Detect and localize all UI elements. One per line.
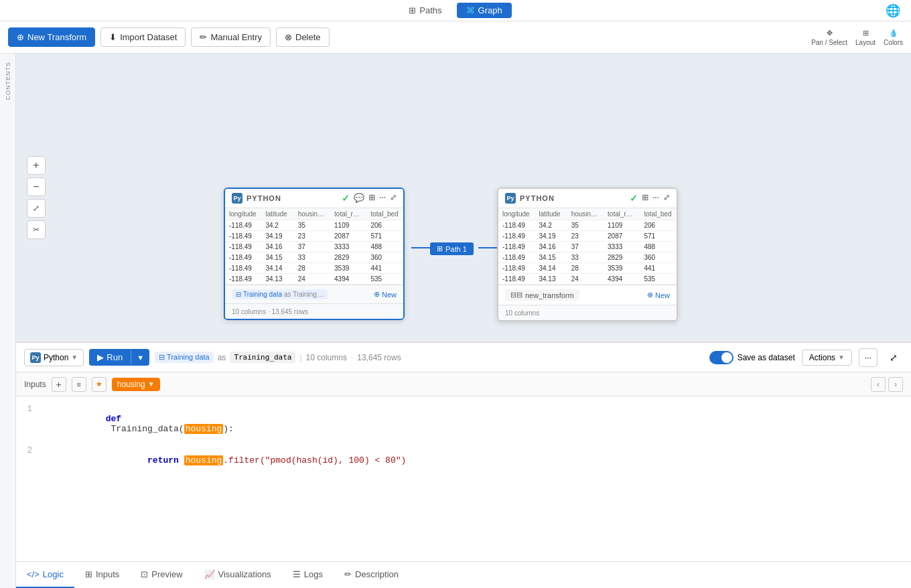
col-latitude-left: latitude [261, 208, 293, 220]
graph-tab[interactable]: ⌘ Graph [457, 3, 512, 18]
expand-icon-right[interactable]: ⤢ [663, 193, 670, 204]
run-button[interactable]: ▶ Run ▼ [89, 349, 149, 366]
editor-rows-info: 13,645 rows [357, 353, 401, 362]
table-row: -118.4934.16373333488 [225, 242, 403, 252]
scissors-button[interactable]: ✂ [27, 220, 46, 239]
left-node-header: Py PYTHON ✓ 💬 ⊞ ··· ⤢ [225, 189, 403, 208]
next-input-button[interactable]: › [888, 377, 903, 392]
play-icon: ▶ [97, 352, 104, 362]
col-latitude-right: latitude [535, 208, 567, 220]
left-new-button[interactable]: ⊕ New [374, 290, 397, 299]
transform-icon: ⊟⊟ [510, 291, 522, 299]
inputs-navigation: ‹ › [871, 377, 903, 392]
toggle-switch[interactable] [709, 351, 733, 364]
tab-logs[interactable]: ☰ Logs [282, 562, 334, 588]
code-line-1: 1 def Training_data(housing): [16, 403, 911, 445]
editor-right: Save as dataset Actions ▼ ··· ⤢ [709, 348, 903, 367]
right-node-table: longitude latitude housing_median_age to… [498, 208, 677, 285]
description-icon: ✏ [344, 569, 352, 579]
prev-input-button[interactable]: ‹ [871, 377, 886, 392]
check-icon-right: ✓ [630, 193, 638, 204]
manual-entry-button[interactable]: ✏ Manual Entry [191, 27, 271, 47]
right-new-button[interactable]: ⊕ New [647, 291, 670, 299]
more-icon-right: ··· [652, 193, 659, 204]
housing-badge[interactable]: housing ▼ [112, 378, 160, 391]
inputs-row: Inputs + ≡ ★ housing ▼ ‹ › [16, 372, 911, 396]
expand-editor-button[interactable]: ⤢ [884, 348, 903, 367]
python-icon-left: Py [232, 193, 242, 204]
left-node-icons: ✓ 💬 ⊞ ··· ⤢ [342, 193, 397, 204]
tab-visualizations[interactable]: 📈 Visualizations [194, 562, 282, 588]
plus-icon-right: ⊕ [647, 291, 653, 299]
col-longitude-right: longitude [498, 208, 535, 220]
editor-cols-info: 10 columns [306, 353, 347, 362]
editor-dataset-alias: Training_data [230, 352, 295, 363]
dropdown-icon-python: ▼ [71, 354, 78, 361]
table-row: -118.4934.14283539441 [498, 263, 677, 274]
left-node-card: Py PYTHON ✓ 💬 ⊞ ··· ⤢ longitude latit [224, 188, 405, 320]
python-icon-editor: Py [30, 352, 41, 363]
run-main[interactable]: ▶ Run [89, 349, 131, 366]
delete-button[interactable]: ⊗ Delete [276, 27, 330, 47]
right-node-header: Py PYTHON ✓ ⊞ ··· ⤢ [498, 189, 677, 208]
tab-preview[interactable]: ⊡ Preview [130, 562, 193, 588]
code-editor[interactable]: 1 def Training_data(housing): 2 return h… [16, 396, 911, 561]
star-button[interactable]: ★ [92, 377, 107, 392]
python-icon-right: Py [505, 193, 516, 204]
table-row: -118.4934.15332829360 [498, 252, 677, 263]
table-row: -118.4934.15332829360 [225, 252, 403, 263]
col-housing-right: housing_median_age [567, 208, 604, 220]
editor-dataset-tag: ⊟ Training data [155, 352, 214, 363]
import-dataset-button[interactable]: ⬇ Import Dataset [100, 27, 186, 47]
zoom-out-button[interactable]: − [27, 177, 46, 196]
graph-canvas[interactable]: + − ⤢ ✂ Py PYTHON ✓ [16, 54, 911, 342]
col-bed-right: total_bed [640, 208, 677, 220]
save-as-dataset-toggle[interactable]: Save as dataset [709, 351, 795, 364]
run-dropdown[interactable]: ▼ [131, 350, 149, 365]
path-connector[interactable]: ⊞ Path 1 [430, 242, 474, 255]
more-options-button[interactable]: ··· [859, 348, 878, 367]
side-panel: CONTENTS [0, 54, 16, 588]
code-content-1: def Training_data(housing): [43, 404, 234, 444]
editor-panel: Py Python ▼ ▶ Run ▼ ⊟ Training data [16, 342, 911, 588]
table-icon-editor: ⊟ [159, 353, 165, 361]
line-num-1: 1 [16, 405, 43, 414]
housing-label: housing [117, 380, 145, 389]
python-selector[interactable]: Py Python ▼ [24, 349, 84, 366]
code-content-2: return housing.filter("pmod(hash(id), 10… [43, 445, 406, 475]
left-node-table: longitude latitude housing_median_age to… [225, 208, 403, 285]
paths-icon: ⊞ [409, 5, 416, 15]
fit-button[interactable]: ⤢ [27, 199, 46, 218]
table-icon-left: ⊟ [236, 291, 241, 298]
housing-dropdown-icon: ▼ [148, 380, 155, 388]
actions-button[interactable]: Actions ▼ [802, 350, 852, 366]
col-rooms-left: total_rooms [330, 208, 366, 220]
paths-tab[interactable]: ⊞ Paths [399, 3, 451, 18]
pan-icon: ✥ [827, 29, 833, 38]
graph-icon: ⌘ [466, 5, 475, 15]
top-nav-right: 🌐 [886, 3, 900, 18]
tab-description[interactable]: ✏ Description [334, 562, 409, 588]
left-node-footer: ⊟ Training data as Training… ⊕ New [225, 285, 403, 303]
check-icon-left: ✓ [342, 193, 350, 204]
chat-icon-left: 💬 [354, 193, 364, 204]
tab-inputs[interactable]: ⊞ Inputs [74, 562, 130, 588]
col-bed-left: total_bed [367, 208, 404, 220]
add-input-button[interactable]: + [52, 377, 66, 392]
new-transform-button[interactable]: ⊕ New Transform [8, 27, 95, 47]
layout-button[interactable]: ⊞ Layout [855, 29, 875, 46]
tab-logic[interactable]: </> Logic [16, 562, 74, 588]
preview-icon: ⊡ [141, 569, 148, 579]
toggle-knob [721, 352, 732, 363]
colors-button[interactable]: 💧 Colors [884, 29, 903, 46]
top-nav: ⊞ Paths ⌘ Graph 🌐 [0, 0, 911, 21]
col-rooms-right: total_rooms [604, 208, 640, 220]
expand-icon-left[interactable]: ⤢ [390, 193, 397, 204]
zoom-in-button[interactable]: + [27, 156, 46, 175]
contents-label: CONTENTS [5, 62, 11, 100]
sort-input-button[interactable]: ≡ [72, 377, 86, 392]
col-housing-left: housing_median_age [294, 208, 330, 220]
table-row: -118.4934.14283539441 [225, 263, 403, 274]
pan-select-button[interactable]: ✥ Pan / Select [811, 29, 847, 46]
globe-icon[interactable]: 🌐 [886, 4, 900, 17]
